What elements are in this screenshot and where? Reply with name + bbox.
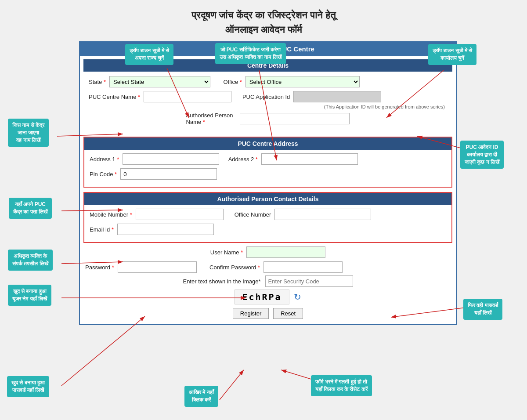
puc-name-appid-row: PUC Centre Name * PUC Application Id xyxy=(89,91,447,102)
captcha-text: EchRPa xyxy=(235,290,289,304)
state-select[interactable]: Select State xyxy=(109,76,210,87)
pincode-label: Pin Code * xyxy=(90,171,117,177)
action-buttons-row: Register Reset xyxy=(80,308,456,319)
address1-input[interactable] xyxy=(123,153,219,165)
centre-details-body: State * Select State Office * Select Off… xyxy=(83,72,452,133)
username-row: User Name * xyxy=(80,246,456,258)
annotation-confirm-pw: फिर वही पासवर्ड यहाँ लिखें xyxy=(463,299,502,320)
email-row: Email id * xyxy=(90,224,446,235)
page-wrapper: प्रदूषण जांच केंद्र का रजिस्ट्रेशन पाने … xyxy=(0,0,527,420)
captcha-area: EchRPa ↻ xyxy=(80,290,456,304)
annotation-reset: फॉर्म भरने में गलती हुई हो तो यहाँ क्लिक… xyxy=(311,375,372,396)
reset-button[interactable]: Reset xyxy=(273,308,303,319)
office-select[interactable]: Select Office xyxy=(245,76,360,87)
contact-header: Authorised Person Contact Details xyxy=(84,193,451,205)
contact-body: Mobile Number * Office Number Email id * xyxy=(84,205,451,242)
address-body: Address 1 * Address 2 * Pin Code * xyxy=(84,150,451,187)
annotation-contact: अधिकृत व्यक्ति के संपर्क तपसील लिखें xyxy=(8,250,53,271)
annotation-puc-name: जिस नाम से केंद्र जाना जाएगा वह नाम लिखे… xyxy=(8,119,49,147)
email-input[interactable] xyxy=(117,224,214,235)
auth-person-label: Authorised Person Name * xyxy=(186,112,233,125)
address-row: Address 1 * Address 2 * xyxy=(90,153,446,165)
mobile-office-row: Mobile Number * Office Number xyxy=(90,209,446,220)
puc-app-id-input xyxy=(293,91,381,102)
security-code-input[interactable] xyxy=(265,275,353,287)
password-confirm-row: Password * Confirm Password * xyxy=(85,261,451,273)
annotation-register: आखिर में यहाँ क्लिक करें xyxy=(184,386,218,407)
contact-section: Authorised Person Contact Details Mobile… xyxy=(83,192,452,243)
state-office-row: State * Select State Office * Select Off… xyxy=(89,76,447,87)
puc-app-id-label: PUC Application Id xyxy=(242,94,290,100)
annotation-address: यहाँ अपने PUC केंद्र का पता लिखें xyxy=(9,198,52,219)
address-section: PUC Centre Address Address 1 * Address 2… xyxy=(83,137,452,188)
address-header: PUC Centre Address xyxy=(84,138,451,150)
state-label: State * xyxy=(89,79,106,85)
username-label: User Name * xyxy=(210,249,243,256)
authorised-person-input[interactable] xyxy=(240,113,350,124)
annotation-username: खुद से बनाया हुआ यूजर नेम यहाँ लिखें xyxy=(8,285,51,306)
security-prompt-label: Enter text shown in the Image* xyxy=(183,278,260,285)
annotation-state: ड्रॉप डाउन सूची में से अपना राज्य चुनें xyxy=(125,44,173,65)
pincode-input[interactable] xyxy=(120,168,217,180)
confirm-password-input[interactable] xyxy=(264,261,343,273)
confirm-password-label: Confirm Password * xyxy=(209,264,260,271)
svg-line-10 xyxy=(220,370,244,400)
address2-label: Address 2 * xyxy=(228,156,258,163)
email-label: Email id * xyxy=(90,226,114,233)
puc-centre-name-input[interactable] xyxy=(144,91,231,102)
pincode-row: Pin Code * xyxy=(90,168,446,180)
mobile-label: Mobile Number * xyxy=(90,211,132,218)
page-title: प्रदूषण जांच केंद्र का रजिस्ट्रेशन पाने … xyxy=(0,0,527,41)
address2-input[interactable] xyxy=(261,153,358,165)
username-input[interactable] xyxy=(246,246,325,258)
annotation-authorised: जो PUC सर्टिफिकेट जारी करेगा उस अधिकृत व… xyxy=(215,43,286,64)
auth-person-row: Authorised Person Name * xyxy=(89,112,447,125)
app-id-note: (This Application ID will be generated f… xyxy=(89,104,447,109)
svg-line-9 xyxy=(61,316,145,386)
puc-centre-name-label: PUC Centre Name * xyxy=(89,94,140,100)
annotation-password: खुद से बनाया हुआ पासवर्ड यहाँ लिखें xyxy=(7,376,49,397)
title-line1: प्रदूषण जांच केंद्र का रजिस्ट्रेशन पाने … xyxy=(191,10,336,21)
title-line2: ऑनलाइन आवेदन फॉर्म xyxy=(225,24,302,35)
password-label: Password * xyxy=(85,264,114,271)
office-num-label: Office Number xyxy=(235,211,271,218)
password-input[interactable] xyxy=(118,261,197,273)
office-label: Office * xyxy=(223,79,242,85)
annotation-office: ड्रॉप डाउन सूची में से कार्यालय चुनें xyxy=(428,44,476,65)
captcha-refresh-button[interactable]: ↻ xyxy=(294,292,301,302)
mobile-input[interactable] xyxy=(136,209,224,220)
office-num-input[interactable] xyxy=(274,209,371,220)
address1-label: Address 1 * xyxy=(90,156,119,163)
form-container: Register New/Old PUC Centre Centre Detai… xyxy=(79,41,457,325)
register-button[interactable]: Register xyxy=(233,308,269,319)
annotation-app-id: PUC आवेदन ID कार्यालय द्वारा दी जाएगी कु… xyxy=(460,141,504,169)
security-row: Enter text shown in the Image* xyxy=(80,275,456,287)
